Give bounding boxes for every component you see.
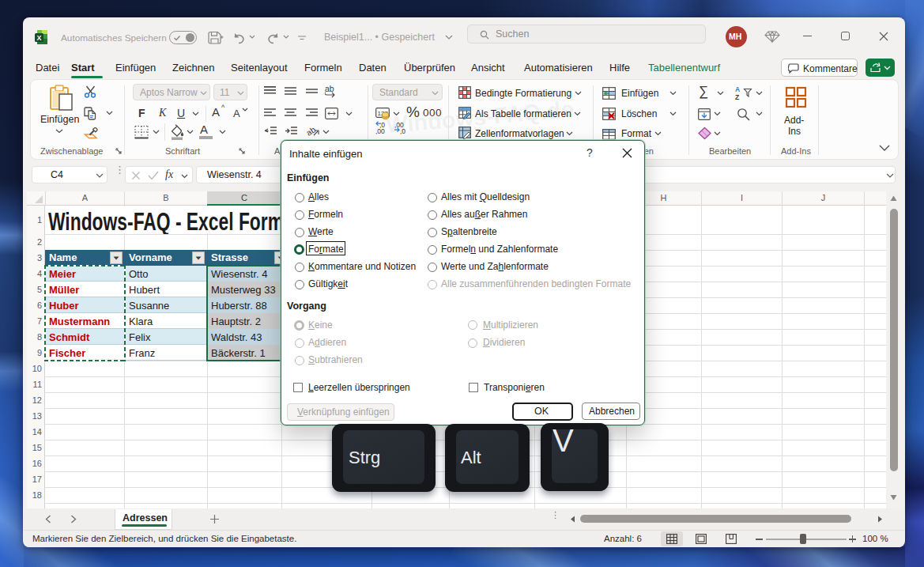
svg-text:,0: ,0 (400, 127, 405, 134)
svg-text:,00: ,00 (375, 127, 385, 134)
svg-text:A: A (735, 85, 740, 93)
svg-text:ab: ab (306, 124, 317, 138)
svg-text:Z: Z (735, 93, 739, 100)
svg-text:Windows-FAQ - Excel Form: Windows-FAQ - Excel Form (48, 208, 284, 234)
svg-text:X: X (36, 34, 41, 42)
